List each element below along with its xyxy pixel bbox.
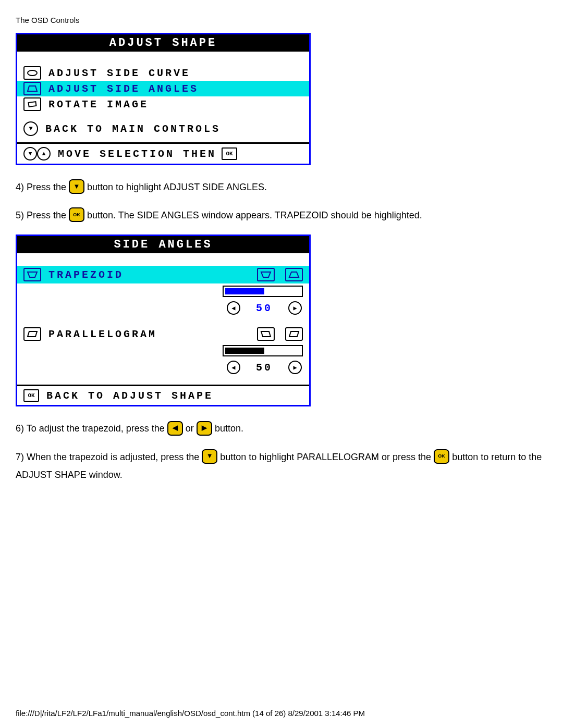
instruction-step-4: 4) Press the ▼ button to highlight ADJUS… bbox=[16, 178, 547, 196]
page-footer-path: file:///D|/rita/LF2/LF2/LFa1/multi_manua… bbox=[16, 709, 365, 718]
svg-marker-1 bbox=[28, 86, 37, 91]
section-label: PARALLELOGRAM bbox=[48, 328, 157, 340]
osd1-title: ADJUST SHAPE bbox=[17, 34, 309, 52]
footer-text: MOVE SELECTION THEN bbox=[58, 148, 216, 160]
parallelogram-icon bbox=[23, 327, 41, 341]
footer-text: BACK TO ADJUST SHAPE bbox=[46, 390, 213, 402]
svg-point-0 bbox=[28, 70, 37, 76]
osd-side-angles: SIDE ANGLES TRAPEZOID bbox=[16, 235, 311, 406]
svg-marker-6 bbox=[28, 331, 37, 337]
svg-marker-7 bbox=[261, 331, 271, 337]
page-header: The OSD Controls bbox=[16, 16, 547, 24]
trapezoid-slider bbox=[17, 283, 309, 299]
instruction-step-6: 6) To adjust the trapezoid, press the ◀ … bbox=[16, 419, 547, 437]
menu-item-label: ROTATE IMAGE bbox=[48, 98, 149, 110]
side-curve-icon bbox=[23, 66, 41, 80]
rotate-icon bbox=[23, 97, 41, 111]
trapezoid-value-row: ◀ 50 ▶ bbox=[17, 299, 309, 322]
osd2-title: SIDE ANGLES bbox=[17, 236, 309, 253]
down-button-icon: ▼ bbox=[69, 179, 84, 194]
slider-bar[interactable] bbox=[223, 345, 303, 356]
right-button-icon: ▶ bbox=[197, 421, 212, 436]
ok-button-icon: OK bbox=[434, 449, 449, 464]
svg-marker-4 bbox=[261, 272, 271, 277]
slider-bar[interactable] bbox=[223, 286, 303, 297]
trapezoid-value: 50 bbox=[256, 302, 273, 314]
osd2-footer: OK BACK TO ADJUST SHAPE bbox=[17, 385, 309, 405]
ok-icon: OK bbox=[222, 147, 237, 160]
increase-icon[interactable]: ▶ bbox=[288, 361, 302, 374]
svg-rect-2 bbox=[29, 102, 36, 107]
up-down-icon: ▼▲ bbox=[23, 147, 51, 161]
trapezoid-row: TRAPEZOID bbox=[17, 266, 309, 283]
trapezoid-icon bbox=[23, 268, 41, 281]
menu-item-adjust-side-angles[interactable]: ADJUST SIDE ANGLES bbox=[17, 81, 309, 96]
decrease-icon[interactable]: ◀ bbox=[227, 301, 240, 315]
parallelogram-left-icon bbox=[257, 327, 275, 341]
left-button-icon: ◀ bbox=[167, 421, 183, 436]
svg-marker-5 bbox=[289, 272, 299, 277]
trapezoid-wide-icon bbox=[285, 268, 303, 281]
osd1-footer: ▼▲ MOVE SELECTION THEN OK bbox=[17, 142, 309, 164]
parallelogram-row: PARALLELOGRAM bbox=[17, 325, 309, 343]
parallelogram-value: 50 bbox=[256, 362, 273, 374]
side-angles-icon bbox=[23, 82, 41, 95]
instruction-step-5: 5) Press the OK button. The SIDE ANGLES … bbox=[16, 206, 547, 224]
ok-icon: OK bbox=[23, 389, 39, 402]
section-parallelogram[interactable]: PARALLELOGRAM ◀ 50 ▶ bbox=[17, 325, 309, 381]
parallelogram-right-icon bbox=[285, 327, 303, 341]
instruction-step-7: 7) When the trapezoid is adjusted, press… bbox=[16, 448, 547, 484]
svg-marker-3 bbox=[28, 272, 37, 277]
menu-item-adjust-side-curve[interactable]: ADJUST SIDE CURVE bbox=[17, 65, 309, 81]
osd-adjust-shape: ADJUST SHAPE ADJUST SIDE CURVE ADJUST SI… bbox=[16, 33, 311, 165]
ok-button-icon: OK bbox=[69, 207, 84, 222]
down-circle-icon: ▼ bbox=[23, 121, 38, 136]
trapezoid-narrow-icon bbox=[257, 268, 275, 281]
section-trapezoid[interactable]: TRAPEZOID ◀ 50 ▶ bbox=[17, 266, 309, 322]
back-label: BACK TO MAIN CONTROLS bbox=[45, 123, 221, 135]
down-button-icon: ▼ bbox=[202, 449, 217, 464]
parallelogram-value-row: ◀ 50 ▶ bbox=[17, 359, 309, 381]
back-to-main[interactable]: ▼ BACK TO MAIN CONTROLS bbox=[17, 112, 309, 142]
menu-item-rotate-image[interactable]: ROTATE IMAGE bbox=[17, 96, 309, 112]
decrease-icon[interactable]: ◀ bbox=[227, 361, 240, 374]
menu-item-label: ADJUST SIDE CURVE bbox=[48, 67, 190, 79]
parallelogram-slider bbox=[17, 343, 309, 359]
menu-item-label: ADJUST SIDE ANGLES bbox=[48, 83, 199, 95]
increase-icon[interactable]: ▶ bbox=[288, 301, 302, 315]
section-label: TRAPEZOID bbox=[48, 269, 124, 281]
svg-marker-8 bbox=[289, 331, 299, 337]
